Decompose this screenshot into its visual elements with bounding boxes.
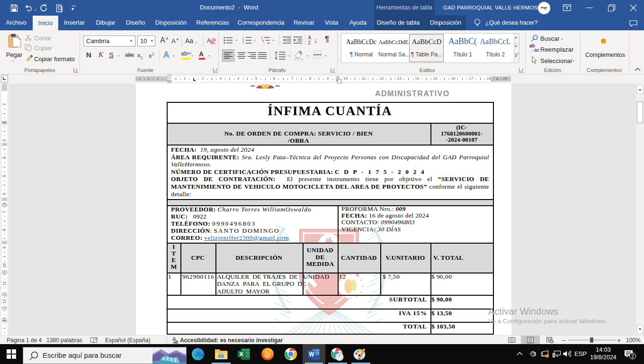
svg-text:i: i xyxy=(264,42,264,44)
svg-text:3: 3 xyxy=(242,42,244,44)
